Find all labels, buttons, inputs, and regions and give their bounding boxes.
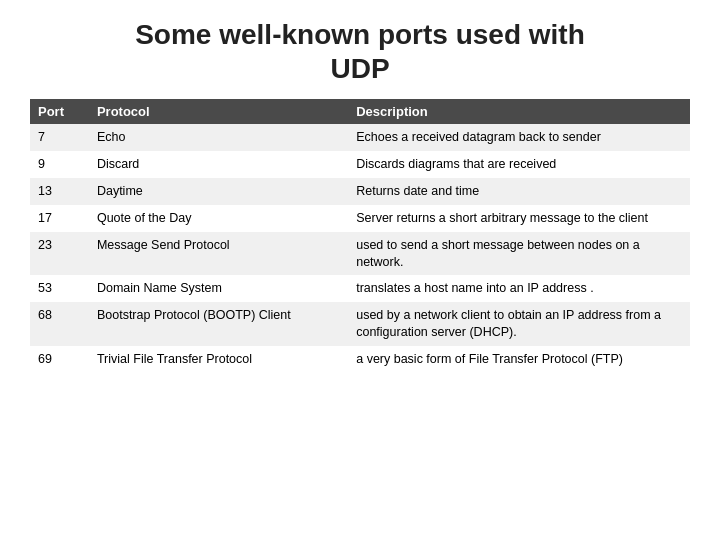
title-line1: Some well-known ports used with [135,19,585,50]
table-row: 69Trivial File Transfer Protocol a very … [30,346,690,373]
cell-protocol: Message Send Protocol [89,232,348,276]
cell-port: 9 [30,151,89,178]
cell-description: Returns date and time [348,178,690,205]
cell-port: 7 [30,124,89,151]
cell-protocol: Trivial File Transfer Protocol [89,346,348,373]
cell-protocol: Discard [89,151,348,178]
table-row: 68Bootstrap Protocol (BOOTP) Clientused … [30,302,690,346]
page-title: Some well-known ports used with UDP [30,18,690,85]
cell-description: Server returns a short arbitrary message… [348,205,690,232]
cell-protocol: Quote of the Day [89,205,348,232]
cell-port: 53 [30,275,89,302]
table-row: 17Quote of the DayServer returns a short… [30,205,690,232]
table-row: 13DaytimeReturns date and time [30,178,690,205]
cell-port: 13 [30,178,89,205]
table-row: 9DiscardDiscards diagrams that are recei… [30,151,690,178]
cell-protocol: Echo [89,124,348,151]
cell-port: 69 [30,346,89,373]
cell-protocol: Domain Name System [89,275,348,302]
cell-description: used to send a short message between nod… [348,232,690,276]
title-line2: UDP [330,53,389,84]
cell-description: a very basic form of File Transfer Proto… [348,346,690,373]
cell-protocol: Bootstrap Protocol (BOOTP) Client [89,302,348,346]
ports-table: Port Protocol Description 7EchoEchoes a … [30,99,690,373]
cell-description: translates a host name into an IP addres… [348,275,690,302]
cell-description: used by a network client to obtain an IP… [348,302,690,346]
header-description: Description [348,99,690,124]
table-row: 7EchoEchoes a received datagram back to … [30,124,690,151]
cell-description: Echoes a received datagram back to sende… [348,124,690,151]
cell-port: 17 [30,205,89,232]
page: Some well-known ports used with UDP Port… [0,0,720,540]
header-port: Port [30,99,89,124]
cell-protocol: Daytime [89,178,348,205]
cell-description: Discards diagrams that are received [348,151,690,178]
cell-port: 68 [30,302,89,346]
cell-port: 23 [30,232,89,276]
table-row: 23Message Send Protocolused to send a sh… [30,232,690,276]
header-protocol: Protocol [89,99,348,124]
table-row: 53Domain Name Systemtranslates a host na… [30,275,690,302]
table-header-row: Port Protocol Description [30,99,690,124]
